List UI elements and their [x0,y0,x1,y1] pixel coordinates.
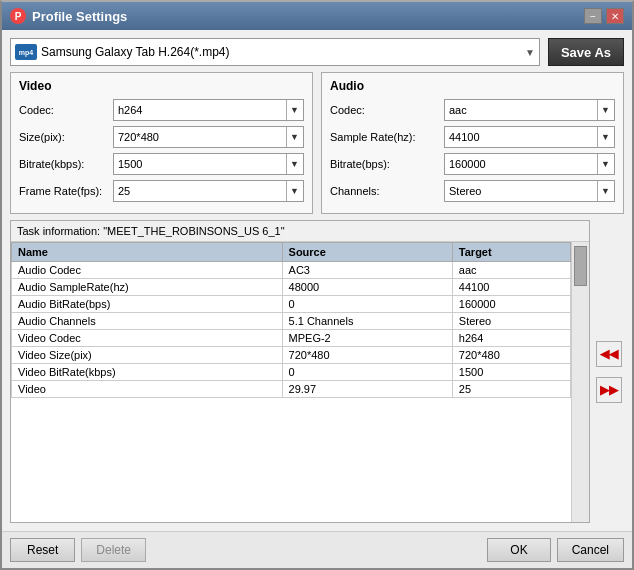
app-icon: P [10,8,26,24]
table-row: Audio Channels5.1 ChannelsStereo [12,313,571,330]
ok-button[interactable]: OK [487,538,550,562]
audio-channels-value: Stereo [449,185,595,197]
video-codec-row: Codec: h264 ▼ [19,99,304,121]
table-row: Video29.9725 [12,381,571,398]
task-scrollbar[interactable] [571,242,589,522]
bottom-left: Reset Delete [10,538,146,562]
profile-settings-window: P Profile Settings − ✕ mp4 Samsung Galax… [0,0,634,570]
table-cell: 5.1 Channels [282,313,452,330]
video-size-row: Size(pix): 720*480 ▼ [19,126,304,148]
forward-button[interactable]: ▶▶ [596,377,622,403]
video-size-arrow: ▼ [286,127,299,147]
table-cell: Video [12,381,283,398]
table-row: Audio CodecAC3aac [12,262,571,279]
table-cell: h264 [452,330,570,347]
profile-selected-text: Samsung Galaxy Tab H.264(*.mp4) [41,45,521,59]
table-row: Video CodecMPEG-2h264 [12,330,571,347]
audio-samplerate-arrow: ▼ [597,127,610,147]
audio-bitrate-label: Bitrate(bps): [330,158,440,170]
col-target: Target [452,243,570,262]
table-cell: Video Size(pix) [12,347,283,364]
header-row: Name Source Target [12,243,571,262]
task-table-body: Audio CodecAC3aacAudio SampleRate(hz)480… [12,262,571,398]
table-cell: 160000 [452,296,570,313]
table-cell: Audio BitRate(bps) [12,296,283,313]
table-cell: Stereo [452,313,570,330]
audio-samplerate-row: Sample Rate(hz): 44100 ▼ [330,126,615,148]
table-cell: 720*480 [282,347,452,364]
task-table: Name Source Target Audio CodecAC3aacAudi… [11,242,571,398]
video-size-select[interactable]: 720*480 ▼ [113,126,304,148]
table-cell: 44100 [452,279,570,296]
video-codec-label: Codec: [19,104,109,116]
audio-channels-arrow: ▼ [597,181,610,201]
minimize-button[interactable]: − [584,8,602,24]
col-name: Name [12,243,283,262]
delete-button[interactable]: Delete [81,538,146,562]
table-cell: 1500 [452,364,570,381]
table-cell: 0 [282,364,452,381]
video-codec-value: h264 [118,104,284,116]
video-codec-arrow: ▼ [286,100,299,120]
audio-codec-value: aac [449,104,595,116]
table-row: Video Size(pix)720*480720*480 [12,347,571,364]
table-cell: 48000 [282,279,452,296]
audio-channels-select[interactable]: Stereo ▼ [444,180,615,202]
bottom-right: OK Cancel [487,538,624,562]
profile-select[interactable]: mp4 Samsung Galaxy Tab H.264(*.mp4) ▼ [10,38,540,66]
table-cell: 0 [282,296,452,313]
settings-row: Video Codec: h264 ▼ Size(pix): 720*480 ▼ [10,72,624,214]
video-framerate-arrow: ▼ [286,181,299,201]
video-bitrate-arrow: ▼ [286,154,299,174]
side-buttons: ◀◀ ▶▶ [594,220,624,523]
video-bitrate-row: Bitrate(kbps): 1500 ▼ [19,153,304,175]
video-framerate-label: Frame Rate(fps): [19,185,109,197]
task-header: Task information: "MEET_THE_ROBINSONS_US… [11,221,589,242]
table-row: Audio BitRate(bps)0160000 [12,296,571,313]
audio-samplerate-select[interactable]: 44100 ▼ [444,126,615,148]
table-cell: AC3 [282,262,452,279]
close-button[interactable]: ✕ [606,8,624,24]
cancel-button[interactable]: Cancel [557,538,624,562]
back-button[interactable]: ◀◀ [596,341,622,367]
scrollbar-thumb[interactable] [574,246,587,286]
table-cell: 720*480 [452,347,570,364]
reset-button[interactable]: Reset [10,538,75,562]
audio-bitrate-select[interactable]: 160000 ▼ [444,153,615,175]
profile-row: mp4 Samsung Galaxy Tab H.264(*.mp4) ▼ Sa… [10,38,624,66]
content-area: mp4 Samsung Galaxy Tab H.264(*.mp4) ▼ Sa… [2,30,632,531]
table-row: Audio SampleRate(hz)4800044100 [12,279,571,296]
table-cell: Audio SampleRate(hz) [12,279,283,296]
scrollbar-track [572,242,589,522]
table-cell: Video BitRate(kbps) [12,364,283,381]
audio-samplerate-value: 44100 [449,131,595,143]
audio-bitrate-value: 160000 [449,158,595,170]
table-cell: 29.97 [282,381,452,398]
audio-bitrate-row: Bitrate(bps): 160000 ▼ [330,153,615,175]
table-cell: Audio Codec [12,262,283,279]
table-cell: Audio Channels [12,313,283,330]
audio-codec-label: Codec: [330,104,440,116]
table-cell: 25 [452,381,570,398]
profile-dropdown-arrow: ▼ [525,47,535,58]
task-area: Task information: "MEET_THE_ROBINSONS_US… [10,220,624,523]
audio-channels-label: Channels: [330,185,440,197]
video-bitrate-select[interactable]: 1500 ▼ [113,153,304,175]
title-bar: P Profile Settings − ✕ [2,2,632,30]
video-framerate-value: 25 [118,185,284,197]
video-framerate-select[interactable]: 25 ▼ [113,180,304,202]
table-cell: aac [452,262,570,279]
task-table-scroll[interactable]: Name Source Target Audio CodecAC3aacAudi… [11,242,571,522]
title-bar-left: P Profile Settings [10,8,127,24]
audio-codec-row: Codec: aac ▼ [330,99,615,121]
task-section: Task information: "MEET_THE_ROBINSONS_US… [10,220,590,523]
video-bitrate-label: Bitrate(kbps): [19,158,109,170]
audio-panel: Audio Codec: aac ▼ Sample Rate(hz): 4410… [321,72,624,214]
save-as-button[interactable]: Save As [548,38,624,66]
audio-codec-select[interactable]: aac ▼ [444,99,615,121]
audio-bitrate-arrow: ▼ [597,154,610,174]
video-codec-select[interactable]: h264 ▼ [113,99,304,121]
task-table-header: Name Source Target [12,243,571,262]
video-panel-title: Video [19,79,304,93]
title-controls: − ✕ [584,8,624,24]
